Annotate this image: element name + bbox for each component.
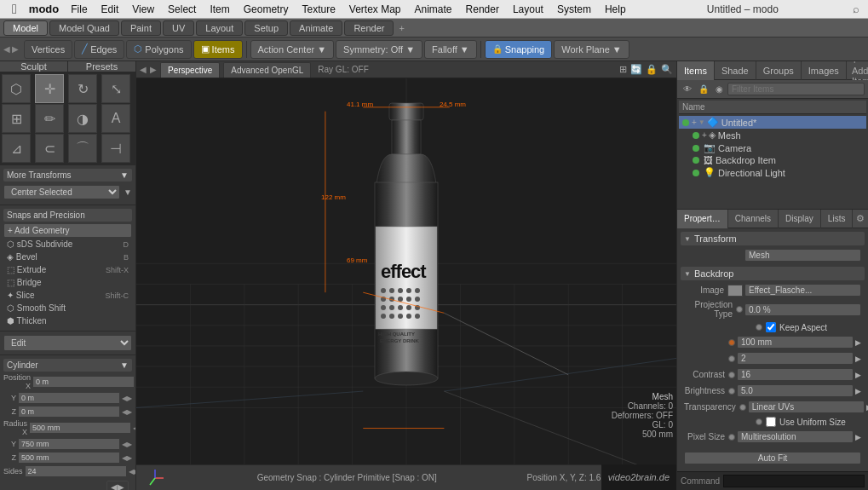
geometry-bevel[interactable]: ◈ Bevel B — [3, 251, 132, 263]
transform-header[interactable]: ▼ Transform — [681, 232, 865, 245]
field1-radio[interactable] — [728, 339, 735, 346]
symmetry-button[interactable]: Symmetry: Off ▼ — [336, 40, 423, 59]
plus-icon-untitled[interactable]: + — [692, 118, 697, 127]
rbt-tab-lists[interactable]: Lists — [821, 210, 854, 228]
rbt-tab-channels[interactable]: Channels — [728, 210, 779, 228]
radius-y-arrow[interactable]: ◀▶ — [122, 441, 132, 448]
tab-uv[interactable]: UV — [163, 20, 194, 36]
rt-tab-items[interactable]: Items — [677, 61, 715, 80]
rt-tab-images[interactable]: Images — [802, 61, 847, 80]
field2-arrow[interactable]: ▶ — [855, 355, 861, 363]
uniform-size-checkbox[interactable] — [766, 417, 776, 427]
center-selected-dropdown[interactable]: Center Selected — [3, 185, 120, 199]
snapping-button[interactable]: 🔒 Snapping — [485, 40, 553, 59]
viewport-back-button[interactable]: ◀ — [140, 65, 147, 74]
brightness-input[interactable] — [737, 384, 854, 397]
image-input[interactable] — [744, 284, 861, 297]
tool-move[interactable]: ✛ — [35, 74, 64, 103]
keep-aspect-checkbox[interactable] — [766, 322, 776, 332]
plus-icon-mesh[interactable]: + — [702, 130, 707, 140]
keep-aspect-radio[interactable] — [756, 324, 762, 331]
menu-system[interactable]: System — [550, 3, 598, 15]
more-transforms-header[interactable]: More Transforms ▼ — [3, 169, 132, 182]
sculpt-button[interactable]: Sculpt — [0, 61, 68, 72]
polygons-button[interactable]: ⬡ Polygons — [126, 40, 191, 59]
sides-arrow[interactable]: ◀▶ — [129, 468, 136, 476]
pixel-size-arrow[interactable]: ▶ — [855, 433, 861, 441]
tool-paint[interactable]: ✏ — [35, 104, 64, 133]
tags-side-tab[interactable]: Tags — [676, 300, 677, 325]
backdrop-header[interactable]: ▼ Backdrop — [681, 267, 865, 280]
brightness-radio[interactable] — [728, 388, 735, 395]
field2-radio[interactable] — [728, 355, 735, 362]
contrast-radio[interactable] — [728, 372, 735, 378]
radius-z-input[interactable] — [18, 452, 120, 464]
menu-vertex-map[interactable]: Vertex Map — [342, 3, 408, 15]
tab-model-quad[interactable]: Model Quad — [49, 20, 119, 36]
menu-help[interactable]: Help — [598, 3, 633, 15]
viewport-lock-icon[interactable]: 🔒 — [646, 64, 658, 75]
tab-render[interactable]: Render — [344, 20, 394, 36]
falloff-button[interactable]: Falloff ▼ — [424, 40, 477, 59]
vis-dot-mesh[interactable] — [693, 132, 699, 139]
transform-value-input[interactable] — [744, 249, 861, 262]
tool-sculpt[interactable]: ◑ — [68, 104, 97, 133]
projection-input[interactable] — [744, 303, 861, 316]
menu-view[interactable]: View — [125, 3, 161, 15]
sides-input[interactable] — [25, 465, 127, 477]
tool-pen[interactable]: ⊿ — [2, 134, 31, 163]
tree-item-mesh[interactable]: + ◈ Mesh — [679, 129, 866, 141]
viewport-zoom-icon[interactable]: 🔍 — [661, 64, 673, 75]
tool-bend[interactable]: ⌒ — [68, 134, 97, 163]
image-thumbnail[interactable] — [727, 285, 743, 297]
geometry-thicken[interactable]: ⬢ Thicken — [3, 314, 132, 327]
opengl-tab[interactable]: Advanced OpenGL — [223, 62, 311, 78]
work-plane-button[interactable]: Work Plane ▼ — [554, 40, 629, 59]
tab-layout[interactable]: Layout — [196, 20, 243, 36]
menu-animate[interactable]: Animate — [408, 3, 459, 15]
tool-rotate[interactable]: ↻ — [68, 74, 97, 103]
menu-render[interactable]: Render — [459, 3, 506, 15]
menu-texture[interactable]: Texture — [295, 3, 342, 15]
tab-animate[interactable]: Animate — [290, 20, 342, 36]
tool-knife[interactable]: ⊂ — [35, 134, 64, 163]
filter-items-input[interactable] — [727, 83, 865, 95]
field2-input[interactable] — [737, 352, 854, 365]
items-button[interactable]: ▣ Items — [193, 40, 243, 59]
rbt-tab-properties[interactable]: Propert… — [677, 210, 728, 228]
perspective-tab[interactable]: Perspective — [160, 62, 220, 78]
tree-item-light[interactable]: 💡 Directional Light — [679, 166, 866, 179]
viewport-camera-icon[interactable]: 🔄 — [630, 64, 642, 75]
contrast-input[interactable] — [737, 368, 854, 381]
command-input[interactable] — [723, 475, 865, 487]
edit-dropdown[interactable]: Edit — [3, 335, 132, 351]
presets-button[interactable]: Presets — [68, 61, 135, 72]
tool-scale[interactable]: ⤡ — [101, 74, 130, 103]
position-y-input[interactable] — [18, 392, 120, 404]
vis-dot-camera[interactable] — [693, 145, 699, 152]
transparency-input[interactable] — [748, 401, 865, 413]
auto-fit-button[interactable]: Auto Fit — [684, 452, 861, 464]
tool-select[interactable]: ⬡ — [2, 74, 31, 103]
tree-item-backdrop[interactable]: 🖼 Backdrop Item — [679, 154, 866, 166]
expand-button[interactable]: ◀▶ — [106, 481, 129, 490]
menu-geometry[interactable]: Geometry — [237, 3, 296, 15]
tool-mirror[interactable]: ⊣ — [101, 134, 130, 163]
cylinder-header[interactable]: Cylinder ▼ — [3, 359, 132, 372]
position-y-arrow[interactable]: ◀▶ — [122, 395, 132, 402]
properties-options-icon[interactable]: ⚙ — [853, 213, 868, 224]
tab-paint[interactable]: Paint — [121, 20, 161, 36]
vis-dot-light[interactable] — [693, 170, 699, 176]
radius-y-input[interactable] — [18, 438, 120, 450]
add-geometry-button[interactable]: + Add Geometry — [3, 223, 132, 238]
vis-dot-untitled[interactable] — [682, 119, 689, 126]
geometry-bridge[interactable]: ⬚ Bridge — [3, 276, 132, 289]
pixel-size-input[interactable] — [737, 430, 854, 443]
geometry-smooth-shift[interactable]: ⬡ Smooth Shift — [3, 302, 132, 314]
geometry-slice[interactable]: ✦ Slice Shift-C — [3, 289, 132, 302]
tree-item-camera[interactable]: 📷 Camera — [679, 141, 866, 154]
canvas-area[interactable]: effect HIGH QUALITY ENERGY DRINK 41.1 mm… — [136, 78, 676, 490]
position-z-input[interactable] — [18, 406, 120, 418]
menu-item[interactable]: Item — [203, 3, 236, 15]
position-z-arrow[interactable]: ◀▶ — [122, 408, 132, 416]
